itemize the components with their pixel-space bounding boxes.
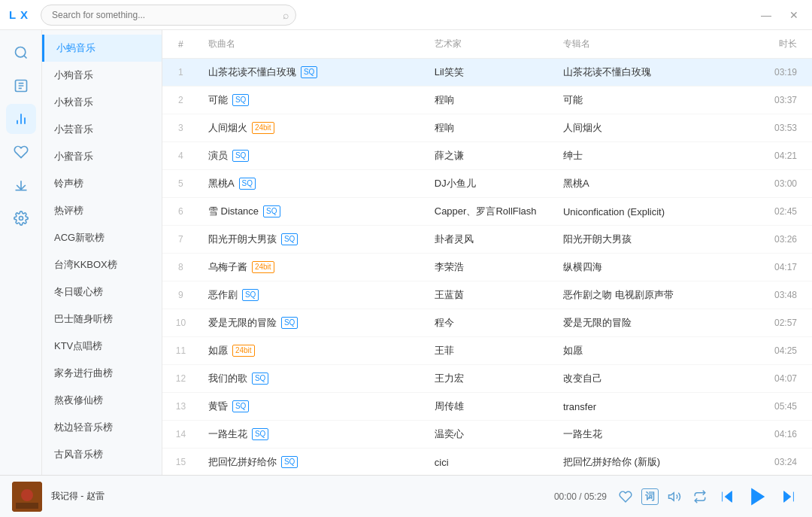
- table-row[interactable]: 5黑桃ASQDJ小鱼儿黑桃A03:00: [162, 170, 812, 198]
- quality-badge: SQ: [232, 150, 249, 162]
- cell-name: 演员SQ: [199, 142, 426, 170]
- sidebar-icon-chart[interactable]: [6, 104, 36, 134]
- sidebar-item-lingsheng[interactable]: 铃声榜: [42, 170, 162, 197]
- sidebar-item-bashi[interactable]: 巴士随身听榜: [42, 306, 162, 333]
- header-duration: 时长: [753, 30, 812, 59]
- song-title: 演员: [208, 149, 228, 163]
- cell-album: 山茶花读不懂白玫瑰: [554, 59, 753, 87]
- song-title: 恶作剧: [208, 288, 238, 302]
- sidebar-item-ktv[interactable]: KTV点唱榜: [42, 333, 162, 360]
- table-row[interactable]: 3人间烟火24bit程响人间烟火03:53: [162, 114, 812, 142]
- like-button[interactable]: [616, 487, 635, 506]
- volume-button[interactable]: [665, 487, 684, 506]
- sidebar-item-taiwan[interactable]: 台湾KKBOX榜: [42, 251, 162, 278]
- svg-marker-12: [725, 491, 732, 502]
- cell-name: 爱是无限的冒险SQ: [199, 309, 426, 337]
- sidebar-icon-music[interactable]: [6, 71, 36, 101]
- play-button[interactable]: [744, 483, 771, 510]
- cell-name: 山茶花读不懂白玫瑰SQ: [199, 59, 426, 87]
- sidebar-item-jiawu[interactable]: 家务进行曲榜: [42, 360, 162, 387]
- table-row[interactable]: 8乌梅子酱24bit李荣浩纵横四海04:17: [162, 254, 812, 281]
- sidebar-list: 小蚂音乐小狗音乐小秋音乐小芸音乐小蜜音乐铃声榜热评榜ACG新歌榜台湾KKBOX榜…: [42, 30, 162, 475]
- cell-album: 恶作剧之吻 电视剧原声带: [554, 281, 753, 309]
- cell-artist: DJ小鱼儿: [426, 170, 554, 198]
- cell-num: 3: [162, 114, 199, 142]
- sidebar-icon-search[interactable]: [6, 38, 36, 68]
- sidebar-item-xiaoyun[interactable]: 小芸音乐: [42, 116, 162, 143]
- header-artist: 艺术家: [426, 30, 554, 59]
- cell-duration: 03:26: [753, 226, 812, 254]
- cell-name: 黄昏SQ: [199, 393, 426, 421]
- app-logo: L X: [9, 8, 29, 21]
- cell-artist: 王菲: [426, 337, 554, 365]
- sidebar-item-repinpang[interactable]: 热评榜: [42, 197, 162, 224]
- table-row[interactable]: 10爱是无限的冒险SQ程今爱是无限的冒险02:57: [162, 309, 812, 337]
- next-button[interactable]: [777, 485, 800, 508]
- table-row[interactable]: 1山茶花读不懂白玫瑰SQLil笑笑山茶花读不懂白玫瑰03:19: [162, 59, 812, 87]
- table-row[interactable]: 9恶作剧SQ王蓝茵恶作剧之吻 电视剧原声带03:48: [162, 281, 812, 309]
- quality-badge: 24bit: [232, 345, 255, 357]
- svg-point-7: [19, 217, 23, 220]
- table-row[interactable]: 14一路生花SQ温奕心一路生花04:16: [162, 421, 812, 449]
- quality-badge: SQ: [281, 456, 298, 468]
- prev-button[interactable]: [716, 485, 738, 508]
- minimize-button[interactable]: —: [756, 8, 776, 23]
- cell-name: 恶作剧SQ: [199, 281, 426, 309]
- table-row[interactable]: 6雪 DistanceSQCapper、罗言RollFlashUniconfic…: [162, 198, 812, 226]
- cell-duration: 04:17: [753, 254, 812, 281]
- cell-num: 9: [162, 281, 199, 309]
- song-table: # 歌曲名 艺术家 专辑名 时长 1山茶花读不懂白玫瑰SQLil笑笑山茶花读不懂…: [162, 30, 812, 475]
- search-icon: ⌕: [283, 9, 289, 21]
- sidebar-item-xiaomi[interactable]: 小蜜音乐: [42, 143, 162, 170]
- sidebar-item-xiaoma[interactable]: 小蚂音乐: [42, 35, 162, 62]
- cell-artist: 周传雄: [426, 393, 554, 421]
- song-title: 我们的歌: [208, 372, 247, 385]
- cell-artist: Capper、罗言RollFlash: [426, 198, 554, 226]
- sidebar-item-acg[interactable]: ACG新歌榜: [42, 224, 162, 251]
- cell-duration: 02:57: [753, 309, 812, 337]
- cell-duration: 03:53: [753, 114, 812, 142]
- header-album: 专辑名: [554, 30, 753, 59]
- quality-badge: 24bit: [252, 122, 274, 134]
- close-button[interactable]: ✕: [785, 8, 803, 23]
- table-row[interactable]: 7阳光开朗大男孩SQ卦者灵风阳光开朗大男孩03:26: [162, 226, 812, 254]
- cell-artist: 卦者灵风: [426, 226, 554, 254]
- sidebar-item-gufeng[interactable]: 古风音乐榜: [42, 441, 162, 468]
- cell-album: 把回忆拼好给你 (新版): [554, 449, 753, 476]
- sidebar-icon-heart[interactable]: [6, 137, 36, 167]
- quality-badge: SQ: [242, 289, 259, 301]
- header-num: #: [162, 30, 199, 59]
- cell-album: 黑桃A: [554, 170, 753, 198]
- table-row[interactable]: 13黄昏SQ周传雄transfer05:45: [162, 393, 812, 421]
- quality-badge: SQ: [239, 178, 256, 190]
- app-window: L X ⌕ — ✕: [0, 0, 812, 517]
- sidebar-icon-download[interactable]: [6, 170, 36, 200]
- cell-duration: 03:48: [753, 281, 812, 309]
- sidebar-item-banye[interactable]: 熬夜修仙榜: [42, 387, 162, 414]
- table-row[interactable]: 4演员SQ薛之谦绅士04:21: [162, 142, 812, 170]
- time-total: 05:29: [584, 491, 607, 502]
- search-container: ⌕: [41, 5, 296, 26]
- quality-badge: SQ: [263, 205, 280, 217]
- player-thumbnail: [12, 482, 42, 512]
- cell-num: 15: [162, 449, 199, 476]
- table-row[interactable]: 15把回忆拼好给你SQcici把回忆拼好给你 (新版)03:24: [162, 449, 812, 476]
- cell-artist: 温奕心: [426, 421, 554, 449]
- table-row[interactable]: 2可能SQ程响可能03:37: [162, 87, 812, 114]
- table-row[interactable]: 11如愿24bit王菲如愿04:25: [162, 337, 812, 365]
- table-row[interactable]: 12我们的歌SQ王力宏改变自己04:07: [162, 365, 812, 393]
- sidebar-icon-settings[interactable]: [6, 203, 36, 233]
- lyrics-button[interactable]: 词: [641, 488, 659, 505]
- cell-artist: 王力宏: [426, 365, 554, 393]
- sidebar-item-xiaogou[interactable]: 小狗音乐: [42, 62, 162, 89]
- sidebar-item-dongri[interactable]: 冬日暖心榜: [42, 278, 162, 306]
- sidebar-item-zhenbian[interactable]: 枕边轻音乐榜: [42, 414, 162, 441]
- quality-badge: SQ: [232, 400, 249, 412]
- loop-button[interactable]: [690, 487, 710, 506]
- sidebar-item-xiaoqiu[interactable]: 小秋音乐: [42, 89, 162, 116]
- quality-badge: SQ: [301, 66, 317, 78]
- song-title: 如愿: [208, 344, 228, 357]
- player-bar: 我记得 - 赵雷 00:00 / 05:29 词: [0, 475, 812, 517]
- song-tbody: 1山茶花读不懂白玫瑰SQLil笑笑山茶花读不懂白玫瑰03:192可能SQ程响可能…: [162, 59, 812, 476]
- search-input[interactable]: [41, 5, 296, 26]
